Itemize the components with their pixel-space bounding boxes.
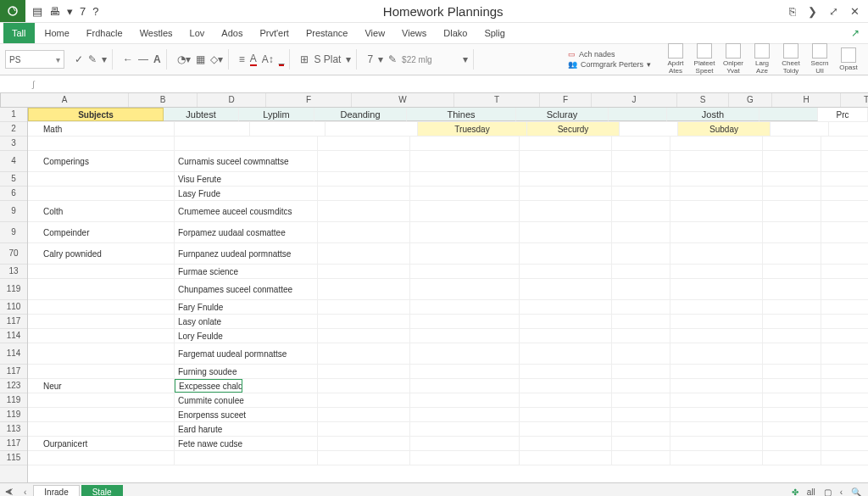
cell[interactable]	[612, 265, 670, 278]
cell[interactable]	[670, 329, 763, 343]
cell[interactable]	[763, 315, 821, 328]
cell[interactable]	[410, 437, 520, 450]
col-head-J[interactable]: J	[592, 93, 677, 107]
cell[interactable]	[612, 408, 670, 421]
cell[interactable]: Fete nawe cudse	[175, 437, 318, 450]
cell[interactable]	[318, 329, 410, 343]
dropdown-icon[interactable]: ▾	[67, 5, 73, 18]
cell[interactable]	[250, 122, 326, 136]
align-icon[interactable]: ⊞	[300, 53, 309, 65]
cell[interactable]	[612, 187, 670, 200]
window-close-icon[interactable]: ✕	[850, 5, 860, 18]
cell[interactable]	[763, 151, 821, 171]
cell[interactable]: Furnpanez uudeal pormnattse	[175, 243, 318, 264]
row-head[interactable]: 70	[0, 243, 27, 265]
cell[interactable]	[612, 222, 670, 242]
app-badge[interactable]	[0, 0, 25, 22]
cell[interactable]	[821, 379, 868, 393]
checkmark-icon[interactable]: ✓	[75, 53, 83, 65]
cell[interactable]	[763, 408, 821, 421]
cell[interactable]	[28, 393, 175, 407]
cell[interactable]	[821, 151, 868, 171]
cell[interactable]	[318, 437, 410, 450]
cell[interactable]	[821, 137, 868, 150]
cell[interactable]	[821, 422, 868, 436]
cell[interactable]	[612, 201, 670, 221]
add-notes-label[interactable]: Ach nades	[579, 50, 615, 59]
cell[interactable]	[318, 365, 410, 378]
menu-view[interactable]: View	[356, 25, 393, 42]
cell[interactable]	[670, 422, 763, 436]
cell[interactable]	[520, 265, 612, 278]
cell[interactable]	[410, 329, 520, 343]
cell[interactable]: Lasy Frude	[175, 187, 318, 200]
row-head[interactable]: 117	[0, 437, 27, 451]
cell[interactable]: Crumemee auceel cousmditcs	[175, 201, 318, 221]
ribbon-btn-opast[interactable]: Opast	[834, 43, 863, 75]
row-head[interactable]: 119	[0, 408, 27, 422]
arrow-left-icon[interactable]: ←	[123, 53, 133, 65]
cell[interactable]	[821, 393, 868, 407]
window-restore-icon[interactable]: ⤢	[829, 5, 838, 18]
cell[interactable]: Lasy onlate	[175, 315, 318, 328]
row-head[interactable]: 117	[0, 315, 27, 329]
people-icon[interactable]: 👥	[568, 60, 577, 69]
cell[interactable]	[612, 343, 670, 364]
row-head[interactable]: 4	[0, 151, 27, 172]
cell[interactable]: Jubtest	[164, 108, 239, 121]
sheet-tab-stale[interactable]: Stale	[81, 485, 123, 497]
dropdown-icon[interactable]: ▾	[463, 53, 468, 65]
cell[interactable]	[612, 379, 670, 393]
cell[interactable]	[410, 243, 520, 264]
cell[interactable]: Scluray	[516, 108, 609, 121]
cell[interactable]	[520, 315, 612, 328]
cell[interactable]	[410, 151, 520, 171]
row-head[interactable]: 13	[0, 265, 27, 279]
font-size-icon[interactable]: A	[250, 53, 257, 66]
cell[interactable]: Forpamez uudaal cosmattee	[175, 222, 318, 242]
row-head[interactable]: 6	[0, 187, 27, 201]
cell[interactable]	[28, 137, 175, 150]
cell[interactable]	[318, 172, 410, 186]
cell[interactable]	[821, 365, 868, 378]
cell[interactable]	[821, 172, 868, 186]
window-next-icon[interactable]: ❯	[808, 5, 817, 18]
cell[interactable]	[410, 137, 520, 150]
cell[interactable]	[318, 137, 410, 150]
cell[interactable]: Calry pownided	[28, 243, 175, 264]
sheet-tab-inrade[interactable]: Inrade	[33, 485, 79, 497]
cell[interactable]	[612, 422, 670, 436]
cell[interactable]	[520, 151, 612, 171]
tab-nav-prev-icon[interactable]: ‹	[19, 488, 31, 497]
dropdown-icon[interactable]: ▾	[378, 53, 383, 65]
cell[interactable]	[318, 451, 410, 465]
row-head[interactable]: 5	[0, 172, 27, 187]
cell[interactable]: Josth	[667, 108, 760, 121]
cell[interactable]	[763, 137, 821, 150]
row-head[interactable]: 113	[0, 422, 27, 437]
cell[interactable]	[763, 393, 821, 407]
menu-prestance[interactable]: Prestance	[298, 25, 357, 42]
cell[interactable]	[670, 265, 763, 278]
cell[interactable]	[410, 279, 520, 299]
help-icon[interactable]: ?	[92, 5, 98, 18]
cell[interactable]	[520, 379, 612, 393]
cell[interactable]	[763, 172, 821, 186]
indent-icon[interactable]: ≡	[239, 53, 245, 65]
cell[interactable]	[821, 451, 868, 465]
tab-nav-first-icon[interactable]: ⮜	[0, 488, 19, 497]
cell[interactable]	[410, 172, 520, 186]
cell[interactable]	[821, 222, 868, 242]
cell[interactable]	[318, 265, 410, 278]
cell[interactable]	[763, 187, 821, 200]
ribbon-btn-larg[interactable]: LargAze	[748, 43, 776, 75]
cell[interactable]	[28, 265, 175, 278]
cell[interactable]	[318, 408, 410, 421]
cell[interactable]	[670, 300, 763, 314]
cell[interactable]	[620, 122, 678, 136]
cell[interactable]: Eard harute	[175, 422, 318, 436]
cell[interactable]	[670, 187, 763, 200]
cell[interactable]	[410, 265, 520, 278]
cell[interactable]	[318, 315, 410, 328]
col-head-T[interactable]: T	[454, 93, 540, 107]
